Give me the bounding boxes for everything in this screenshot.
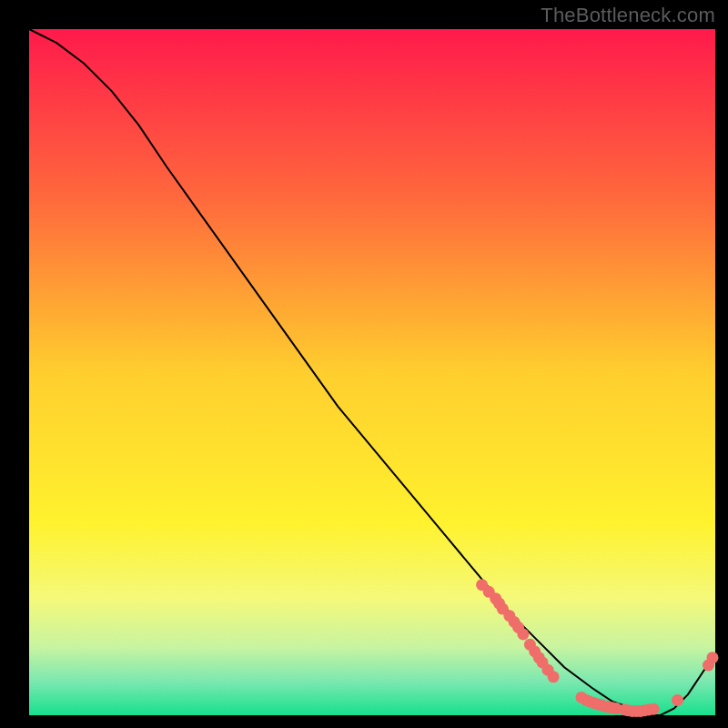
plot-background (29, 29, 715, 715)
data-point (672, 694, 683, 706)
data-point (707, 652, 719, 663)
data-point (648, 703, 660, 715)
data-point (548, 671, 560, 682)
bottleneck-chart (0, 0, 728, 728)
data-point (517, 629, 529, 641)
chart-frame: { "watermark": "TheBottleneck.com", "cha… (0, 0, 728, 728)
